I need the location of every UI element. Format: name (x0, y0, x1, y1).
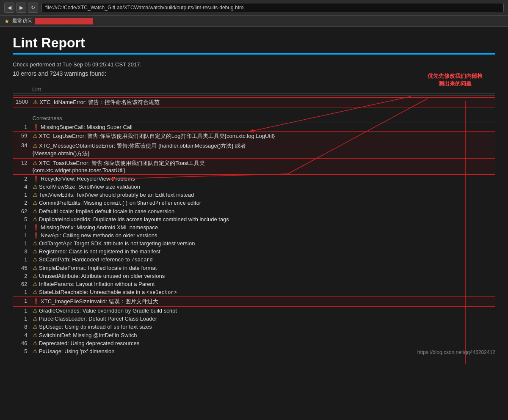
row-count: 2 (13, 272, 30, 280)
watermark: https://blog.csdn.net/qq446282412 (417, 349, 495, 355)
row-count: 1 (13, 223, 30, 231)
warn-icon: ⚠ (33, 289, 38, 295)
warn-icon: ⚠ (33, 316, 38, 322)
warn-icon: ⚠ (33, 160, 38, 166)
table-row: 12 ⚠ XTC_ToastUseError: 警告:你应该使用我们团队自定义的… (13, 159, 495, 175)
table-row: 1500 ⚠ XTC_IdNameError: 警告：控件命名应该符合规范 (13, 98, 495, 107)
correctness-section: Correctness 1 ❗ MissingSuperCall: Missin… (13, 114, 495, 355)
row-count: 46 (13, 339, 30, 347)
error-icon: ❗ (33, 224, 39, 231)
row-count: 5 (13, 215, 30, 223)
table-row: 2 ⚠ UnusedAttribute: Attribute unused on… (13, 272, 495, 280)
table-row: 4 ⚠ SwitchIntDef: Missing @IntDef in Swi… (13, 331, 495, 339)
warn-icon: ⚠ (33, 332, 38, 338)
row-count: 59 (13, 132, 30, 141)
row-content: ⚠ SwitchIntDef: Missing @IntDef in Switc… (30, 331, 495, 339)
correctness-count-header (13, 114, 30, 123)
nav-buttons: ◀ ▶ ↻ (4, 3, 38, 13)
row-count: 5 (13, 347, 30, 355)
table-row: 1 ⚠ ParcelClassLoader: Default Parcel Cl… (13, 315, 495, 323)
row-content: ⚠ ScrollViewSize: ScrollView size valida… (30, 183, 495, 191)
warn-icon: ⚠ (33, 281, 38, 287)
warn-icon: ⚠ (33, 133, 38, 139)
row-count: 1 (13, 315, 30, 323)
table-row: 45 ⚠ SimpleDateFormat: Implied locale in… (13, 264, 495, 272)
row-count: 34 (13, 141, 30, 159)
row-content: ❗ NewApi: Calling new methods on older v… (30, 231, 495, 239)
row-count: 1 (13, 123, 30, 132)
row-content: ⚠ SpUsage: Using dp instead of sp for te… (30, 323, 495, 331)
row-content: ⚠ GradleOverrides: Value overridden by G… (30, 307, 495, 315)
lint-table: 1500 ⚠ XTC_IdNameError: 警告：控件命名应该符合规范 (13, 97, 495, 107)
row-content: ⚠ ParcelClassLoader: Default Parcel Clas… (30, 315, 495, 323)
row-count: 4 (13, 183, 30, 191)
warn-icon: ⚠ (33, 273, 38, 279)
error-icon: ❗ (33, 124, 39, 130)
correctness-header-row: Correctness (13, 114, 495, 123)
check-info: Check performed at Tue Sep 05 09:25:41 C… (13, 61, 495, 68)
error-icon: ❗ (33, 176, 39, 182)
warn-icon: ⚠ (33, 99, 38, 105)
bookmark-star-icon: ★ (4, 18, 10, 25)
table-row: 1 ⚠ GradleOverrides: Value overridden by… (13, 307, 495, 315)
row-count: 1 (13, 255, 30, 264)
row-count: 4 (13, 331, 30, 339)
row-content: ⚠ CommitPrefEdits: Missing commit() on S… (30, 199, 495, 207)
bookmark-label: 最常访问 (12, 17, 33, 25)
table-row: 1 ❗ MissingSuperCall: Missing Super Call (13, 123, 495, 132)
row-content: ⚠ XTC_LogUseError: 警告:你应该使用我们团队自定义的Log打印… (30, 132, 495, 141)
row-content: ⚠ SdCardPath: Hardcoded reference to /sd… (30, 255, 495, 264)
row-content: ⚠ InflateParams: Layout Inflation withou… (30, 280, 495, 288)
table-row: 2 ❗ RecyclerView: RecyclerView Problems (13, 175, 495, 183)
table-row: 62 ⚠ DefaultLocale: Implied default loca… (13, 207, 495, 215)
bookmark-redacted: ████████████████ (35, 18, 93, 24)
row-content: ⚠ DefaultLocale: Implied default locale … (30, 207, 495, 215)
table-row: 8 ⚠ SpUsage: Using dp instead of sp for … (13, 323, 495, 331)
table-row: 1 ⚠ TextViewEdits: TextView should proba… (13, 191, 495, 199)
warn-icon: ⚠ (33, 184, 38, 190)
table-row: 59 ⚠ XTC_LogUseError: 警告:你应该使用我们团队自定义的Lo… (13, 132, 495, 141)
correctness-label-header: Correctness (30, 114, 495, 123)
error-icon: ❗ (33, 298, 39, 305)
row-content: ⚠ Deprecated: Using deprecated resources (30, 339, 495, 347)
warn-icon: ⚠ (33, 340, 38, 346)
row-content: ⚠ Registered: Class is not registered in… (30, 247, 495, 255)
row-content: ❗ XTC_ImageFileSizeInvalid: 错误：图片文件过大 (30, 297, 495, 307)
row-count: 1 (13, 191, 30, 199)
row-count: 45 (13, 264, 30, 272)
row-count: 8 (13, 323, 30, 331)
row-content: ⚠ StateListReachable: Unreachable state … (30, 288, 495, 297)
row-content: ⚠ SimpleDateFormat: Implied locale in da… (30, 264, 495, 272)
title-underline (13, 53, 495, 55)
refresh-button[interactable]: ↻ (28, 3, 38, 13)
correctness-table: Correctness 1 ❗ MissingSuperCall: Missin… (13, 114, 495, 355)
lint-section-header: Lint (13, 85, 495, 96)
table-row: 5 ⚠ DuplicateIncludedIds: Duplicate ids … (13, 215, 495, 223)
warn-icon: ⚠ (33, 208, 38, 214)
row-content: ❗ MissingPrefix: Missing Android XML nam… (30, 223, 495, 231)
row-count: 3 (13, 247, 30, 255)
warn-icon: ⚠ (33, 216, 38, 222)
warn-icon: ⚠ (33, 192, 38, 198)
lint-col-header: Lint (30, 85, 55, 94)
back-button[interactable]: ◀ (4, 3, 14, 13)
address-bar[interactable]: file:///C:/Code/XTC_Watch_GitLab/XTCWatc… (41, 3, 504, 12)
row-content: ⚠ XTC_IdNameError: 警告：控件命名应该符合规范 (30, 98, 495, 107)
warn-icon: ⚠ (33, 348, 38, 354)
warn-icon: ⚠ (33, 265, 38, 271)
table-row: 1 ❗ MissingPrefix: Missing Android XML n… (13, 223, 495, 231)
row-content: ⚠ DuplicateIncludedIds: Duplicate ids ac… (30, 215, 495, 223)
warn-icon: ⚠ (33, 200, 38, 206)
table-row: 1 ⚠ SdCardPath: Hardcoded reference to /… (13, 255, 495, 264)
table-row: 4 ⚠ ScrollViewSize: ScrollView size vali… (13, 183, 495, 191)
forward-button[interactable]: ▶ (16, 3, 26, 13)
warn-icon: ⚠ (33, 256, 38, 263)
table-row: 46 ⚠ Deprecated: Using deprecated resour… (13, 339, 495, 347)
warn-icon: ⚠ (33, 248, 38, 255)
row-count: 2 (13, 175, 30, 183)
row-count: 1 (13, 231, 30, 239)
warn-icon: ⚠ (33, 240, 38, 247)
row-count: 1 (13, 297, 30, 307)
row-count: 1500 (13, 98, 30, 107)
row-content: ⚠ XTC_MessageObtainUseError: 警告:你应该使用 {h… (30, 141, 495, 159)
